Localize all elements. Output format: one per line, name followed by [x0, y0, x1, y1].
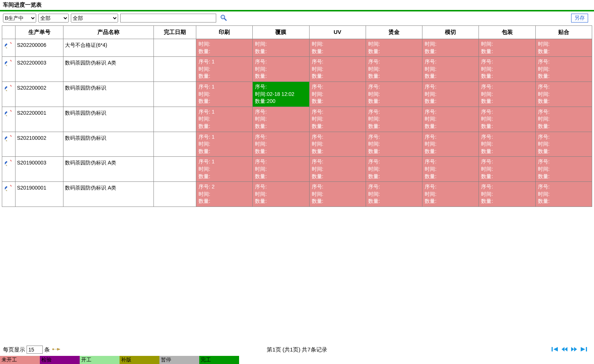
- stage-cell[interactable]: 序号: 时间: 数量:: [422, 157, 479, 182]
- pencil-icon: [5, 87, 13, 93]
- svg-marker-10: [6, 65, 7, 66]
- order-no-cell: S202200002: [15, 82, 63, 107]
- stage-cell[interactable]: 序号: 时间: 数量:: [535, 82, 592, 107]
- stage-cell[interactable]: 序号: 时间:02-18 12:02 数量:200: [253, 82, 309, 107]
- svg-marker-14: [6, 90, 7, 91]
- table-row: S202200006大号不合格证(6*4)时间: 数量:时间: 数量:时间: 数…: [2, 39, 592, 57]
- edit-button[interactable]: [2, 107, 15, 132]
- stage-cell[interactable]: 序号: 1 时间: 数量:: [196, 82, 253, 107]
- status-select[interactable]: B生产中: [3, 14, 36, 22]
- stage-cell[interactable]: 序号: 时间: 数量:: [309, 157, 366, 182]
- stage-cell[interactable]: 时间: 数量:: [309, 39, 366, 57]
- stage-cell[interactable]: 序号: 时间: 数量:: [309, 182, 366, 207]
- stage-cell[interactable]: 序号: 时间: 数量:: [309, 107, 366, 132]
- stage-cell[interactable]: 序号: 时间: 数量:: [535, 182, 592, 207]
- product-name-cell: 数码茶园防伪标识 A类: [63, 157, 154, 182]
- stage-cell[interactable]: 序号: 时间: 数量:: [422, 107, 479, 132]
- stage-cell[interactable]: 序号: 时间: 数量:: [366, 132, 422, 157]
- stage-cell[interactable]: 序号: 时间: 数量:: [366, 82, 422, 107]
- save-as-button[interactable]: 另存: [571, 14, 588, 22]
- stage-cell[interactable]: 序号: 时间: 数量:: [479, 182, 535, 207]
- edit-button[interactable]: [2, 82, 15, 107]
- search-icon[interactable]: [220, 14, 227, 22]
- search-input[interactable]: [120, 14, 216, 22]
- pencil-icon: [5, 138, 13, 143]
- edit-button[interactable]: [2, 39, 15, 57]
- edit-button[interactable]: [2, 57, 15, 82]
- finish-date-cell: [154, 82, 196, 107]
- svg-marker-22: [6, 140, 7, 141]
- edit-button[interactable]: [2, 157, 15, 182]
- finish-date-cell: [154, 39, 196, 57]
- stage-cell[interactable]: 序号: 时间: 数量:: [479, 157, 535, 182]
- category1-select[interactable]: 全部: [38, 14, 69, 22]
- column-header: 覆膜: [253, 26, 309, 39]
- order-no-cell: S202200001: [15, 107, 63, 132]
- stage-cell[interactable]: 序号: 时间: 数量:: [479, 107, 535, 132]
- pencil-icon: [5, 62, 13, 68]
- stage-cell[interactable]: 序号: 时间: 数量:: [309, 57, 366, 82]
- svg-point-2: [221, 15, 225, 19]
- stage-cell[interactable]: 序号: 时间: 数量:: [253, 107, 309, 132]
- column-header: 包装: [479, 26, 535, 39]
- stage-cell[interactable]: 序号: 时间: 数量:: [309, 82, 366, 107]
- svg-marker-29: [10, 185, 12, 187]
- pencil-icon: [5, 187, 13, 193]
- edit-button[interactable]: [2, 182, 15, 207]
- stage-cell[interactable]: 序号: 时间: 数量:: [253, 132, 309, 157]
- svg-marker-25: [10, 160, 12, 162]
- stage-cell[interactable]: 时间: 数量:: [422, 39, 479, 57]
- column-header: [2, 26, 15, 39]
- svg-rect-27: [5, 186, 7, 191]
- stage-cell[interactable]: 序号: 时间: 数量:: [253, 57, 309, 82]
- column-header: 模切: [422, 26, 479, 39]
- stage-cell[interactable]: 序号: 时间: 数量:: [479, 132, 535, 157]
- stage-cell[interactable]: 序号: 时间: 数量:: [366, 57, 422, 82]
- order-no-cell: S201900001: [15, 182, 63, 207]
- product-name-cell: 数码茶园防伪标识: [63, 132, 154, 157]
- product-name-cell: 数码茶园防伪标识: [63, 107, 154, 132]
- svg-marker-17: [10, 110, 12, 112]
- stage-cell[interactable]: 序号: 时间: 数量:: [535, 132, 592, 157]
- filter-bar: B生产中 全部 全部 另存: [0, 11, 594, 25]
- stage-cell[interactable]: 序号: 时间: 数量:: [253, 157, 309, 182]
- product-name-cell: 数码茶园防伪标识 A类: [63, 182, 154, 207]
- svg-marker-26: [6, 165, 7, 166]
- stage-cell[interactable]: 序号: 时间: 数量:: [535, 57, 592, 82]
- stage-cell[interactable]: 时间: 数量:: [535, 39, 592, 57]
- stage-cell[interactable]: 序号: 1 时间: 数量:: [196, 132, 253, 157]
- stage-cell[interactable]: 序号: 时间: 数量:: [422, 132, 479, 157]
- svg-marker-9: [10, 60, 12, 62]
- column-header: 生产单号: [15, 26, 63, 39]
- table-row: S202200002数码茶园防伪标识序号: 1 时间: 数量:序号: 时间:02…: [2, 82, 592, 107]
- category2-select[interactable]: 全部: [71, 14, 118, 22]
- stage-cell[interactable]: 序号: 时间: 数量:: [535, 107, 592, 132]
- pencil-icon: [5, 45, 13, 51]
- order-no-cell: S201900003: [15, 157, 63, 182]
- stage-cell[interactable]: 序号: 时间: 数量:: [479, 82, 535, 107]
- svg-rect-11: [5, 86, 7, 90]
- edit-button[interactable]: [2, 132, 15, 157]
- product-name-cell: 大号不合格证(6*4): [63, 39, 154, 57]
- stage-cell[interactable]: 序号: 2 时间: 数量:: [196, 182, 253, 207]
- stage-cell[interactable]: 时间: 数量:: [253, 39, 309, 57]
- stage-cell[interactable]: 序号: 1 时间: 数量:: [196, 157, 253, 182]
- stage-cell[interactable]: 序号: 时间: 数量:: [366, 157, 422, 182]
- stage-cell[interactable]: 序号: 时间: 数量:: [253, 182, 309, 207]
- stage-cell[interactable]: 序号: 时间: 数量:: [422, 182, 479, 207]
- finish-date-cell: [154, 157, 196, 182]
- stage-cell[interactable]: 序号: 时间: 数量:: [422, 57, 479, 82]
- stage-cell[interactable]: 时间: 数量:: [479, 39, 535, 57]
- stage-cell[interactable]: 序号: 1 时间: 数量:: [196, 107, 253, 132]
- stage-cell[interactable]: 时间: 数量:: [366, 39, 422, 57]
- stage-cell[interactable]: 序号: 1 时间: 数量:: [196, 57, 253, 82]
- stage-cell[interactable]: 序号: 时间: 数量:: [309, 132, 366, 157]
- stage-cell[interactable]: 序号: 时间: 数量:: [366, 182, 422, 207]
- order-no-cell: S202200003: [15, 57, 63, 82]
- stage-cell[interactable]: 时间: 数量:: [196, 39, 253, 57]
- stage-cell[interactable]: 序号: 时间: 数量:: [366, 107, 422, 132]
- stage-cell[interactable]: 序号: 时间: 数量:: [479, 57, 535, 82]
- svg-marker-30: [6, 190, 7, 191]
- stage-cell[interactable]: 序号: 时间: 数量:: [422, 82, 479, 107]
- stage-cell[interactable]: 序号: 时间: 数量:: [535, 157, 592, 182]
